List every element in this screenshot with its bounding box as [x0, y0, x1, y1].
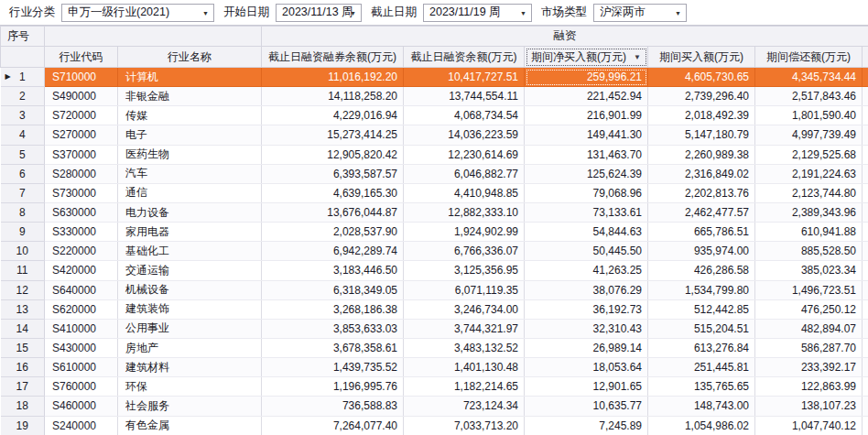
col-header-net-buy[interactable]: 期间净买入额(万元)▼ — [525, 47, 648, 68]
cell-buy[interactable]: 2,462,477.57 — [648, 202, 755, 222]
cell-industry-code[interactable]: S710000 — [45, 68, 118, 87]
cell-net-buy[interactable]: 50,445.50 — [525, 242, 648, 261]
col-header-code[interactable]: 行业代码 — [45, 47, 118, 68]
cell-buy[interactable]: 2,316,849.02 — [648, 164, 755, 183]
cell-net-buy[interactable]: 41,263.25 — [525, 261, 648, 280]
cell-industry-name[interactable]: 通信 — [118, 183, 262, 202]
cell-industry-code[interactable]: S370000 — [45, 145, 118, 164]
col-header-balance-financing[interactable]: 截止日融资余额(万元) — [404, 47, 525, 68]
cell-repay[interactable]: 4,345,734.44 — [755, 68, 863, 87]
cell-industry-name[interactable]: 房地产 — [118, 338, 262, 357]
cell-net-buy[interactable]: 54,844.63 — [525, 223, 648, 242]
cell-balance-total[interactable]: 4,639,165.30 — [262, 183, 404, 202]
cell-repay[interactable]: 2,389,343.96 — [755, 202, 863, 222]
cell-net-buy[interactable]: 259,996.21 — [525, 68, 648, 87]
cell-industry-name[interactable]: 非银金融 — [118, 87, 262, 106]
cell-net-buy[interactable]: 12,901.65 — [525, 377, 648, 397]
cell-buy[interactable]: 935,974.00 — [648, 242, 755, 261]
col-header-repay[interactable]: 期间偿还额(万元) — [755, 47, 863, 68]
cell-balance-financing[interactable]: 3,483,132.52 — [404, 338, 525, 357]
row-header-cell[interactable]: 9 — [1, 223, 45, 242]
cell-industry-name[interactable]: 有色金属 — [118, 416, 262, 435]
row-header-cell[interactable]: 19 — [1, 416, 45, 435]
row-header-cell[interactable]: 15 — [1, 338, 45, 357]
cell-balance-total[interactable]: 3,853,633.03 — [262, 319, 404, 338]
end-date-select[interactable]: 2023/11/19 周 ▼ — [423, 4, 532, 22]
cell-industry-name[interactable]: 电力设备 — [118, 202, 262, 222]
cell-industry-code[interactable]: S240000 — [45, 416, 118, 435]
industry-class-select[interactable]: 申万一级行业(2021) ▼ — [61, 4, 214, 22]
cell-balance-total[interactable]: 736,588.83 — [262, 397, 404, 416]
cell-balance-financing[interactable]: 12,882,333.10 — [404, 202, 525, 222]
cell-balance-financing[interactable]: 1,401,130.48 — [404, 358, 525, 377]
cell-balance-total[interactable]: 6,318,349.05 — [262, 280, 404, 299]
cell-balance-financing[interactable]: 4,068,734.54 — [404, 106, 525, 125]
cell-net-buy[interactable]: 216,901.99 — [525, 106, 648, 125]
cell-net-buy[interactable]: 73,133.61 — [525, 202, 648, 222]
cell-repay[interactable]: 122,863.99 — [755, 377, 863, 397]
cell-industry-code[interactable]: S720000 — [45, 106, 118, 125]
start-date-select[interactable]: 2023/11/13 周 ▼ — [276, 4, 362, 22]
cell-industry-name[interactable]: 公用事业 — [118, 319, 262, 338]
cell-buy[interactable]: 148,743.00 — [648, 397, 755, 416]
cell-balance-total[interactable]: 11,016,192.20 — [262, 68, 404, 87]
cell-industry-name[interactable]: 交通运输 — [118, 261, 262, 280]
cell-balance-total[interactable]: 6,942,289.74 — [262, 242, 404, 261]
row-header-cell[interactable]: 16 — [1, 358, 45, 377]
row-header-cell[interactable]: 5 — [1, 145, 45, 164]
row-header-cell[interactable]: 3 — [1, 106, 45, 125]
cell-balance-total[interactable]: 1,196,995.76 — [262, 377, 404, 397]
cell-industry-code[interactable]: S610000 — [45, 358, 118, 377]
cell-repay[interactable]: 482,894.07 — [755, 319, 863, 338]
cell-industry-code[interactable]: S270000 — [45, 125, 118, 145]
cell-net-buy[interactable]: 26,989.14 — [525, 338, 648, 357]
col-header-buy[interactable]: 期间买入额(万元) — [648, 47, 755, 68]
cell-net-buy[interactable]: 149,441.30 — [525, 125, 648, 145]
cell-balance-financing[interactable]: 1,924,902.99 — [404, 223, 525, 242]
cell-buy[interactable]: 2,739,296.40 — [648, 87, 755, 106]
cell-repay[interactable]: 2,129,525.68 — [755, 145, 863, 164]
row-header-cell[interactable]: 10 — [1, 242, 45, 261]
cell-balance-financing[interactable]: 14,036,223.59 — [404, 125, 525, 145]
cell-balance-financing[interactable]: 3,125,356.95 — [404, 261, 525, 280]
cell-balance-total[interactable]: 6,393,587.57 — [262, 164, 404, 183]
cell-industry-code[interactable]: S730000 — [45, 183, 118, 202]
cell-industry-code[interactable]: S620000 — [45, 299, 118, 319]
cell-repay[interactable]: 385,023.34 — [755, 261, 863, 280]
cell-net-buy[interactable]: 131,463.70 — [525, 145, 648, 164]
cell-balance-total[interactable]: 12,905,820.42 — [262, 145, 404, 164]
cell-industry-code[interactable]: S460000 — [45, 397, 118, 416]
cell-industry-name[interactable]: 医药生物 — [118, 145, 262, 164]
cell-net-buy[interactable]: 79,068.96 — [525, 183, 648, 202]
cell-industry-name[interactable]: 建筑材料 — [118, 358, 262, 377]
cell-balance-total[interactable]: 14,118,258.20 — [262, 87, 404, 106]
cell-buy[interactable]: 515,204.51 — [648, 319, 755, 338]
row-header-cell[interactable]: 13 — [1, 299, 45, 319]
cell-industry-code[interactable]: S420000 — [45, 261, 118, 280]
cell-balance-financing[interactable]: 6,046,882.77 — [404, 164, 525, 183]
cell-balance-financing[interactable]: 3,744,321.97 — [404, 319, 525, 338]
cell-buy[interactable]: 2,260,989.38 — [648, 145, 755, 164]
cell-balance-total[interactable]: 3,268,186.38 — [262, 299, 404, 319]
row-header-cell[interactable]: 2 — [1, 87, 45, 106]
cell-industry-code[interactable]: S430000 — [45, 338, 118, 357]
cell-buy[interactable]: 665,786.51 — [648, 223, 755, 242]
cell-industry-code[interactable]: S490000 — [45, 87, 118, 106]
cell-repay[interactable]: 2,191,224.63 — [755, 164, 863, 183]
cell-balance-financing[interactable]: 10,417,727.51 — [404, 68, 525, 87]
cell-industry-name[interactable]: 机械设备 — [118, 280, 262, 299]
cell-industry-code[interactable]: S330000 — [45, 223, 118, 242]
row-header-cell[interactable]: 12 — [1, 280, 45, 299]
row-header-cell[interactable]: 6 — [1, 164, 45, 183]
cell-buy[interactable]: 1,054,986.02 — [648, 416, 755, 435]
cell-repay[interactable]: 1,801,590.40 — [755, 106, 863, 125]
col-header-index[interactable]: 序号 — [1, 27, 45, 47]
cell-buy[interactable]: 251,445.81 — [648, 358, 755, 377]
cell-repay[interactable]: 138,107.23 — [755, 397, 863, 416]
sort-desc-icon[interactable]: ▼ — [634, 53, 641, 61]
cell-balance-financing[interactable]: 6,766,336.07 — [404, 242, 525, 261]
cell-buy[interactable]: 512,442.85 — [648, 299, 755, 319]
row-header-cell[interactable]: 4 — [1, 125, 45, 145]
cell-industry-name[interactable]: 基础化工 — [118, 242, 262, 261]
row-header-cell[interactable]: 17 — [1, 377, 45, 397]
